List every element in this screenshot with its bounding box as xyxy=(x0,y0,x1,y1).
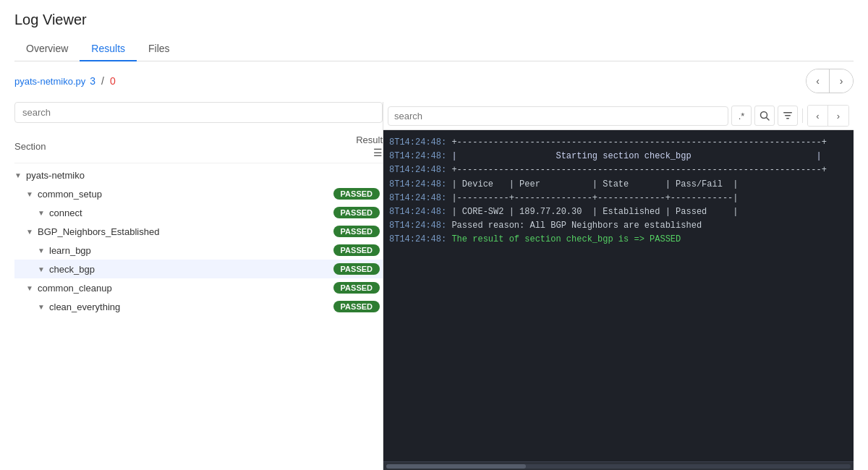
chevron-icon: ▼ xyxy=(26,190,35,198)
count-separator: / xyxy=(101,75,104,87)
section-column-header: Section xyxy=(14,141,46,152)
tree-item-connect[interactable]: ▼ connect PASSED xyxy=(14,203,383,222)
filter-icon[interactable]: ☰ xyxy=(373,147,383,158)
chevron-icon: ▼ xyxy=(38,247,46,255)
scrollbar-track xyxy=(386,464,851,469)
regex-button[interactable]: .* xyxy=(731,106,752,126)
log-toolbar: .* ‹ › xyxy=(383,102,854,130)
chevron-icon: ▼ xyxy=(26,228,35,236)
tab-overview[interactable]: Overview xyxy=(14,37,80,61)
svg-rect-2 xyxy=(783,112,792,114)
tree-item-common-setup[interactable]: ▼ common_setup PASSED xyxy=(14,184,383,203)
status-badge: PASSED xyxy=(333,226,380,237)
item-label: clean_everything xyxy=(49,302,120,312)
tabs-bar: Overview Results Files xyxy=(14,37,854,61)
tree-header: Section Result ☰ xyxy=(14,130,383,163)
item-label: common_cleanup xyxy=(38,283,112,294)
svg-line-1 xyxy=(767,118,770,121)
tab-results[interactable]: Results xyxy=(80,37,137,61)
status-badge: PASSED xyxy=(333,282,380,294)
tree-item-clean-everything[interactable]: ▼ clean_everything PASSED xyxy=(14,297,383,316)
item-label: check_bgp xyxy=(49,264,95,275)
file-nav-next[interactable]: › xyxy=(830,69,853,93)
log-scrollbar[interactable] xyxy=(383,461,854,470)
tree-item-bgp-neighbors[interactable]: ▼ BGP_Neighbors_Established PASSED xyxy=(14,222,383,241)
log-content[interactable]: 8T14:24:48: +---------------------------… xyxy=(383,130,854,461)
main-content: Section Result ☰ ▼ pyats-netmiko xyxy=(14,102,854,470)
status-badge: PASSED xyxy=(333,301,380,312)
chevron-icon: ▼ xyxy=(38,303,46,311)
tree-item-common-cleanup[interactable]: ▼ common_cleanup PASSED xyxy=(14,278,383,297)
svg-rect-3 xyxy=(785,115,791,116)
item-label: learn_bgp xyxy=(49,245,91,256)
log-nav-arrows: ‹ › xyxy=(807,105,849,127)
result-column-header: Result xyxy=(356,134,383,145)
tree-container: ▼ pyats-netmiko ▼ common_setup PASSED ▼ xyxy=(14,166,383,470)
toolbar-separator xyxy=(802,108,803,123)
search-icon-button[interactable] xyxy=(754,106,775,126)
status-badge: PASSED xyxy=(333,188,380,200)
log-nav-next[interactable]: › xyxy=(828,106,848,126)
tree-item-learn-bgp[interactable]: ▼ learn_bgp PASSED xyxy=(14,241,383,260)
file-bar: pyats-netmiko.py 3 / 0 ‹ › xyxy=(14,69,854,93)
file-nav-prev[interactable]: ‹ xyxy=(807,69,830,93)
left-search-input[interactable] xyxy=(14,102,383,123)
left-panel: Section Result ☰ ▼ pyats-netmiko xyxy=(14,102,383,470)
log-search-input[interactable] xyxy=(388,106,728,126)
status-badge: PASSED xyxy=(333,263,380,275)
tab-files[interactable]: Files xyxy=(137,37,182,61)
chevron-icon: ▼ xyxy=(26,284,35,292)
item-label: pyats-netmiko xyxy=(26,170,85,181)
page-title: Log Viewer xyxy=(14,12,854,28)
fail-count: 0 xyxy=(110,75,116,87)
tree-item-pyats-netmiko[interactable]: ▼ pyats-netmiko xyxy=(14,166,383,184)
log-nav-prev[interactable]: ‹ xyxy=(808,106,828,126)
file-name: pyats-netmiko.py xyxy=(14,76,85,87)
scrollbar-thumb xyxy=(386,464,526,469)
app-container: Log Viewer Overview Results Files pyats-… xyxy=(0,0,868,470)
item-label: common_setup xyxy=(38,189,102,200)
tree-item-check-bgp[interactable]: ▼ check_bgp PASSED xyxy=(14,260,383,278)
status-badge: PASSED xyxy=(333,207,380,218)
item-label: BGP_Neighbors_Established xyxy=(38,226,159,237)
svg-rect-4 xyxy=(786,118,789,119)
chevron-icon: ▼ xyxy=(38,265,46,273)
file-nav-arrows: ‹ › xyxy=(806,69,854,93)
filter-log-button[interactable] xyxy=(778,106,798,126)
chevron-icon: ▼ xyxy=(14,171,23,179)
right-panel: .* ‹ › xyxy=(383,102,854,470)
pass-count: 3 xyxy=(90,75,95,87)
status-badge: PASSED xyxy=(333,244,380,256)
item-label: connect xyxy=(49,208,82,218)
chevron-icon: ▼ xyxy=(38,209,46,217)
